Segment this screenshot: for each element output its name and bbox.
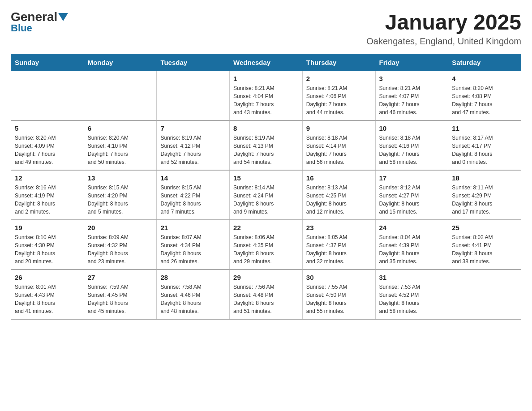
calendar-cell: 30Sunrise: 7:55 AM Sunset: 4:50 PM Dayli…: [302, 270, 375, 319]
calendar-cell: 18Sunrise: 8:11 AM Sunset: 4:29 PM Dayli…: [448, 170, 521, 220]
day-number: 30: [306, 274, 372, 281]
day-info: Sunrise: 8:15 AM Sunset: 4:20 PM Dayligh…: [88, 184, 153, 216]
day-info: Sunrise: 8:04 AM Sunset: 4:39 PM Dayligh…: [379, 233, 445, 265]
calendar-week-1: 1Sunrise: 8:21 AM Sunset: 4:04 PM Daylig…: [11, 71, 521, 120]
header-wednesday: Wednesday: [230, 54, 303, 71]
calendar-cell: 21Sunrise: 8:07 AM Sunset: 4:34 PM Dayli…: [157, 220, 230, 270]
calendar-week-4: 19Sunrise: 8:10 AM Sunset: 4:30 PM Dayli…: [11, 220, 521, 270]
calendar-cell: 23Sunrise: 8:05 AM Sunset: 4:37 PM Dayli…: [302, 220, 375, 270]
calendar-cell: 20Sunrise: 8:09 AM Sunset: 4:32 PM Dayli…: [84, 220, 157, 270]
day-number: 10: [379, 124, 445, 132]
calendar-cell: 3Sunrise: 8:21 AM Sunset: 4:07 PM Daylig…: [375, 71, 448, 120]
calendar-header-row: SundayMondayTuesdayWednesdayThursdayFrid…: [11, 54, 521, 71]
calendar-cell: 12Sunrise: 8:16 AM Sunset: 4:19 PM Dayli…: [11, 170, 84, 220]
calendar-cell: 22Sunrise: 8:06 AM Sunset: 4:35 PM Dayli…: [230, 220, 303, 270]
svg-marker-0: [58, 13, 68, 21]
calendar-cell: 7Sunrise: 8:19 AM Sunset: 4:12 PM Daylig…: [157, 120, 230, 170]
calendar-cell: 27Sunrise: 7:59 AM Sunset: 4:45 PM Dayli…: [84, 270, 157, 319]
subtitle: Oakengates, England, United Kingdom: [366, 36, 521, 47]
calendar-cell: 28Sunrise: 7:58 AM Sunset: 4:46 PM Dayli…: [157, 270, 230, 319]
day-number: 5: [15, 124, 80, 132]
logo-blue: Blue: [11, 23, 32, 33]
day-info: Sunrise: 8:21 AM Sunset: 4:04 PM Dayligh…: [233, 84, 299, 116]
day-info: Sunrise: 8:01 AM Sunset: 4:43 PM Dayligh…: [15, 283, 80, 315]
calendar-week-3: 12Sunrise: 8:16 AM Sunset: 4:19 PM Dayli…: [11, 170, 521, 220]
calendar-cell: 24Sunrise: 8:04 AM Sunset: 4:39 PM Dayli…: [375, 220, 448, 270]
day-info: Sunrise: 8:12 AM Sunset: 4:27 PM Dayligh…: [379, 184, 445, 216]
day-info: Sunrise: 7:56 AM Sunset: 4:48 PM Dayligh…: [233, 283, 299, 315]
day-number: 15: [233, 174, 299, 182]
day-info: Sunrise: 8:07 AM Sunset: 4:34 PM Dayligh…: [160, 233, 226, 265]
day-number: 16: [306, 174, 372, 182]
day-number: 26: [15, 274, 80, 281]
day-info: Sunrise: 8:11 AM Sunset: 4:29 PM Dayligh…: [452, 184, 517, 216]
day-number: 2: [306, 75, 372, 82]
header-friday: Friday: [375, 54, 448, 71]
day-number: 17: [379, 174, 445, 182]
day-info: Sunrise: 8:18 AM Sunset: 4:14 PM Dayligh…: [306, 134, 372, 166]
day-number: 27: [88, 274, 153, 281]
calendar-cell: 17Sunrise: 8:12 AM Sunset: 4:27 PM Dayli…: [375, 170, 448, 220]
calendar-cell: 10Sunrise: 8:18 AM Sunset: 4:16 PM Dayli…: [375, 120, 448, 170]
page-header: General Blue January 2025 Oakengates, En…: [11, 11, 521, 47]
calendar-cell: 15Sunrise: 8:14 AM Sunset: 4:24 PM Dayli…: [230, 170, 303, 220]
day-info: Sunrise: 8:21 AM Sunset: 4:06 PM Dayligh…: [306, 84, 372, 116]
logo: General Blue: [11, 11, 68, 33]
calendar-cell: 9Sunrise: 8:18 AM Sunset: 4:14 PM Daylig…: [302, 120, 375, 170]
day-number: 8: [233, 124, 299, 132]
calendar-cell: 5Sunrise: 8:20 AM Sunset: 4:09 PM Daylig…: [11, 120, 84, 170]
day-info: Sunrise: 8:16 AM Sunset: 4:19 PM Dayligh…: [15, 184, 80, 216]
header-monday: Monday: [84, 54, 157, 71]
day-info: Sunrise: 8:05 AM Sunset: 4:37 PM Dayligh…: [306, 233, 372, 265]
day-info: Sunrise: 8:20 AM Sunset: 4:10 PM Dayligh…: [88, 134, 153, 166]
day-number: 18: [452, 174, 517, 182]
calendar-week-2: 5Sunrise: 8:20 AM Sunset: 4:09 PM Daylig…: [11, 120, 521, 170]
day-info: Sunrise: 8:19 AM Sunset: 4:12 PM Dayligh…: [160, 134, 226, 166]
header-sunday: Sunday: [11, 54, 84, 71]
calendar-cell: 13Sunrise: 8:15 AM Sunset: 4:20 PM Dayli…: [84, 170, 157, 220]
day-number: 12: [15, 174, 80, 182]
day-info: Sunrise: 7:59 AM Sunset: 4:45 PM Dayligh…: [88, 283, 153, 315]
day-number: 13: [88, 174, 153, 182]
calendar-cell: 1Sunrise: 8:21 AM Sunset: 4:04 PM Daylig…: [230, 71, 303, 120]
day-info: Sunrise: 8:21 AM Sunset: 4:07 PM Dayligh…: [379, 84, 445, 116]
title-area: January 2025 Oakengates, England, United…: [366, 11, 521, 47]
day-info: Sunrise: 8:02 AM Sunset: 4:41 PM Dayligh…: [452, 233, 517, 265]
calendar-cell: [448, 270, 521, 319]
logo-general: General: [11, 11, 57, 23]
day-number: 6: [88, 124, 153, 132]
header-saturday: Saturday: [448, 54, 521, 71]
calendar-cell: 31Sunrise: 7:53 AM Sunset: 4:52 PM Dayli…: [375, 270, 448, 319]
day-info: Sunrise: 8:20 AM Sunset: 4:09 PM Dayligh…: [15, 134, 80, 166]
day-number: 9: [306, 124, 372, 132]
day-info: Sunrise: 8:15 AM Sunset: 4:22 PM Dayligh…: [160, 184, 226, 216]
day-number: 3: [379, 75, 445, 82]
day-info: Sunrise: 8:18 AM Sunset: 4:16 PM Dayligh…: [379, 134, 445, 166]
calendar-cell: 19Sunrise: 8:10 AM Sunset: 4:30 PM Dayli…: [11, 220, 84, 270]
day-info: Sunrise: 8:13 AM Sunset: 4:25 PM Dayligh…: [306, 184, 372, 216]
calendar-cell: 2Sunrise: 8:21 AM Sunset: 4:06 PM Daylig…: [302, 71, 375, 120]
logo-triangle-icon: [58, 13, 68, 22]
day-number: 20: [88, 224, 153, 231]
calendar-cell: 11Sunrise: 8:17 AM Sunset: 4:17 PM Dayli…: [448, 120, 521, 170]
calendar-cell: 4Sunrise: 8:20 AM Sunset: 4:08 PM Daylig…: [448, 71, 521, 120]
day-number: 23: [306, 224, 372, 231]
day-number: 4: [452, 75, 517, 82]
page-title: January 2025: [366, 11, 521, 34]
day-info: Sunrise: 7:55 AM Sunset: 4:50 PM Dayligh…: [306, 283, 372, 315]
calendar-cell: [11, 71, 84, 120]
day-info: Sunrise: 8:17 AM Sunset: 4:17 PM Dayligh…: [452, 134, 517, 166]
day-info: Sunrise: 8:19 AM Sunset: 4:13 PM Dayligh…: [233, 134, 299, 166]
calendar-cell: 26Sunrise: 8:01 AM Sunset: 4:43 PM Dayli…: [11, 270, 84, 319]
day-info: Sunrise: 8:06 AM Sunset: 4:35 PM Dayligh…: [233, 233, 299, 265]
calendar-cell: 29Sunrise: 7:56 AM Sunset: 4:48 PM Dayli…: [230, 270, 303, 319]
day-number: 11: [452, 124, 517, 132]
day-number: 21: [160, 224, 226, 231]
day-number: 14: [160, 174, 226, 182]
calendar-cell: 8Sunrise: 8:19 AM Sunset: 4:13 PM Daylig…: [230, 120, 303, 170]
calendar-cell: [84, 71, 157, 120]
day-number: 19: [15, 224, 80, 231]
calendar-cell: 25Sunrise: 8:02 AM Sunset: 4:41 PM Dayli…: [448, 220, 521, 270]
day-number: 25: [452, 224, 517, 231]
day-number: 7: [160, 124, 226, 132]
